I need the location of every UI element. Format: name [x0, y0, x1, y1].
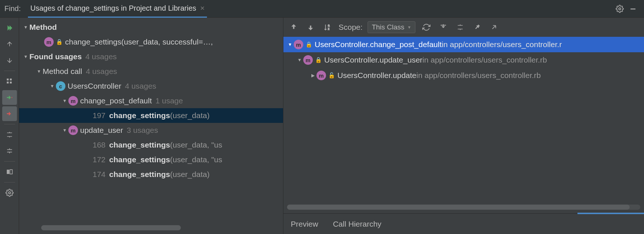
method-icon: m	[303, 55, 313, 65]
chevron-down-icon[interactable]: ▼	[296, 57, 303, 63]
lock-icon: 🔒	[315, 57, 322, 63]
find-label: Find:	[4, 4, 21, 13]
svg-rect-5	[10, 82, 11, 84]
tree-node-method-call[interactable]: ▼ Method call 4 usages	[19, 64, 283, 79]
svg-rect-7	[10, 170, 12, 174]
chevron-down-icon[interactable]: ▼	[22, 25, 29, 30]
find-header: Find: Usages of change_settings in Proje…	[0, 0, 644, 18]
hierarchy-tree: ▼ m 🔒 UsersController.change_post_defaul…	[283, 37, 644, 213]
refresh-button[interactable]	[421, 21, 432, 33]
hierarchy-row[interactable]: ▼ m 🔒 UsersController.update_user in app…	[283, 52, 644, 68]
expand-all-button[interactable]	[2, 127, 17, 142]
svg-point-0	[619, 8, 621, 10]
scope-label: Scope:	[339, 23, 362, 32]
method-icon: m	[294, 40, 303, 49]
svg-text:z: z	[328, 27, 329, 31]
tree-node-found-usages[interactable]: ▼ Found usages 4 usages	[19, 49, 283, 64]
callee-hierarchy-button[interactable]	[305, 21, 316, 33]
hierarchy-row[interactable]: ▶ m 🔓 UsersController.update in app/cont…	[283, 68, 644, 83]
scrollbar-thumb[interactable]	[287, 205, 630, 210]
svg-rect-6	[7, 170, 9, 174]
tree-node-change-post-default[interactable]: ▼ m change_post_default 1 usage	[19, 93, 283, 108]
find-tab-title: Usages of change_settings in Project and…	[30, 4, 196, 13]
autoscroll-button[interactable]	[437, 21, 449, 33]
tree-usage-row[interactable]: 168 change_settings(user_data, "us	[19, 138, 283, 152]
svg-rect-2	[7, 79, 8, 81]
chevron-down-icon[interactable]: ▼	[286, 42, 294, 47]
chevron-down-icon[interactable]: ▼	[49, 84, 56, 89]
tab-preview[interactable]: Preview	[291, 220, 318, 228]
svg-rect-1	[630, 8, 635, 10]
tree-usage-row[interactable]: 172 change_settings(user_data, "us	[19, 152, 283, 167]
svg-point-8	[8, 192, 11, 194]
method-icon: m	[44, 37, 54, 47]
right-tab-bar: Preview Call Hierarchy	[283, 213, 644, 234]
collapse-all-button[interactable]	[2, 143, 17, 158]
left-toolbar	[0, 18, 19, 234]
usages-tree-panel: ▼ Method m 🔒 change_settings(user_data, …	[19, 18, 283, 234]
expand-all-button[interactable]	[454, 21, 466, 33]
chevron-down-icon[interactable]: ▼	[35, 69, 43, 74]
tree-node-controller[interactable]: ▼ c UsersController 4 usages	[19, 79, 283, 93]
tab-call-hierarchy[interactable]: Call Hierarchy	[333, 220, 382, 228]
down-arrow-button[interactable]	[2, 53, 17, 68]
pin-button[interactable]	[471, 21, 483, 33]
chevron-down-icon[interactable]: ▼	[22, 54, 29, 59]
rerun-button[interactable]	[2, 21, 17, 35]
chevron-right-icon[interactable]: ▶	[309, 73, 316, 78]
tree-usage-row[interactable]: 174 change_settings(user_data)	[19, 167, 283, 182]
preview-toggle-button[interactable]	[2, 164, 17, 179]
lock-icon: 🔒	[305, 41, 312, 48]
call-hierarchy-panel: az Scope: This Class ▼	[283, 18, 644, 234]
export-button[interactable]	[488, 21, 500, 33]
unlock-icon: 🔓	[328, 72, 335, 79]
method-icon: m	[68, 125, 78, 135]
chevron-down-icon[interactable]: ▼	[61, 128, 68, 133]
chevron-down-icon[interactable]: ▼	[61, 98, 68, 103]
tree-node-method[interactable]: ▼ Method	[19, 20, 283, 35]
tree-node-update-user[interactable]: ▼ m update_user 3 usages	[19, 123, 283, 138]
caller-hierarchy-button[interactable]	[288, 21, 300, 33]
svg-rect-3	[10, 79, 11, 81]
find-tab[interactable]: Usages of change_settings in Project and…	[28, 0, 207, 18]
svg-text:a: a	[328, 24, 330, 27]
settings-button[interactable]	[2, 185, 17, 200]
minimize-icon[interactable]	[626, 2, 640, 15]
horizontal-scrollbar[interactable]	[287, 205, 640, 210]
scope-dropdown[interactable]: This Class ▼	[368, 21, 415, 33]
sort-alpha-button[interactable]: az	[322, 21, 333, 33]
diff-next-button[interactable]	[2, 106, 17, 121]
up-arrow-button[interactable]	[2, 37, 17, 52]
method-icon: m	[68, 96, 78, 106]
diff-prev-button[interactable]	[2, 90, 17, 105]
group-by-button[interactable]	[2, 74, 17, 89]
hierarchy-toolbar: az Scope: This Class ▼	[283, 18, 644, 37]
svg-rect-4	[7, 82, 8, 84]
close-icon[interactable]: ✕	[200, 5, 205, 12]
tree-usage-row[interactable]: 197 change_settings(user_data)	[19, 108, 283, 123]
horizontal-scrollbar[interactable]	[41, 225, 181, 230]
gear-icon[interactable]	[613, 2, 626, 15]
chevron-down-icon: ▼	[407, 25, 411, 29]
hierarchy-row[interactable]: ▼ m 🔒 UsersController.change_post_defaul…	[283, 37, 644, 52]
method-icon: m	[316, 71, 326, 80]
class-icon: c	[56, 81, 65, 91]
tree-node-method-sig[interactable]: m 🔒 change_settings(user_data, successfu…	[19, 35, 283, 49]
lock-icon: 🔒	[56, 39, 63, 45]
